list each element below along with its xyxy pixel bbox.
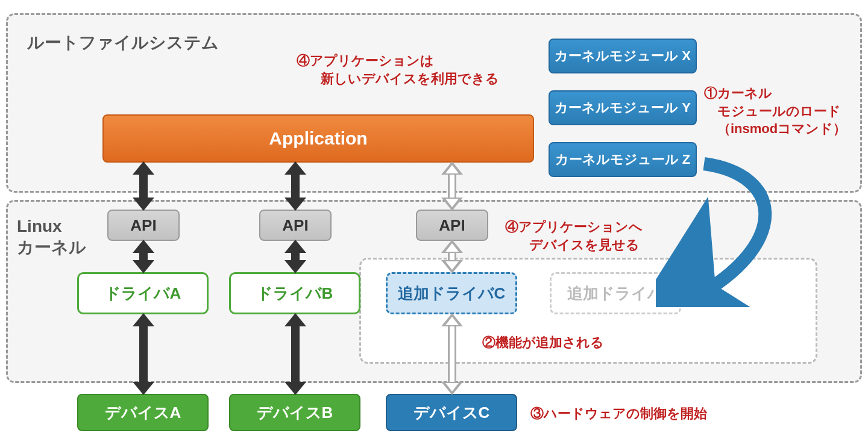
driver-b: ドライバB — [229, 272, 360, 314]
api-a: API — [107, 210, 180, 241]
module-y: カーネルモジュール Y — [549, 90, 697, 125]
device-c: デバイスC — [386, 394, 517, 431]
api-c: API — [416, 210, 488, 241]
arrow-api-drv-c — [441, 240, 463, 273]
rootfs-label: ルートファイルシステム — [27, 31, 219, 54]
module-x: カーネルモジュール X — [549, 39, 697, 73]
arrow-drv-dev-b — [285, 313, 306, 395]
arrow-app-api-c — [441, 161, 463, 211]
arrow-app-api-a — [133, 161, 154, 211]
api-b: API — [259, 210, 332, 241]
note-4-mid: ④アプリケーションへ デバイスを見せる — [505, 218, 643, 254]
arrow-drv-dev-c — [441, 313, 463, 395]
arrow-app-api-b — [285, 161, 306, 211]
arrow-api-drv-b — [285, 240, 306, 273]
driver-c-added: 追加ドライバC — [386, 272, 517, 314]
driver-a: ドライバA — [77, 272, 209, 314]
load-arrow-icon — [656, 157, 813, 307]
kernel-label: Linux カーネル — [17, 217, 86, 259]
note-3: ③ハードウェアの制御を開始 — [530, 405, 707, 423]
arrow-api-drv-a — [133, 240, 154, 273]
note-1: ①カーネル モジュールのロード （insmodコマンド） — [704, 84, 846, 138]
application-box: Application — [102, 114, 534, 163]
device-a: デバイスA — [77, 394, 209, 431]
note-2: ②機能が追加される — [482, 334, 604, 352]
note-4-top: ④アプリケーションは 新しいデバイスを利用できる — [297, 52, 499, 87]
arrow-drv-dev-a — [133, 313, 154, 395]
device-b: デバイスB — [229, 394, 360, 431]
